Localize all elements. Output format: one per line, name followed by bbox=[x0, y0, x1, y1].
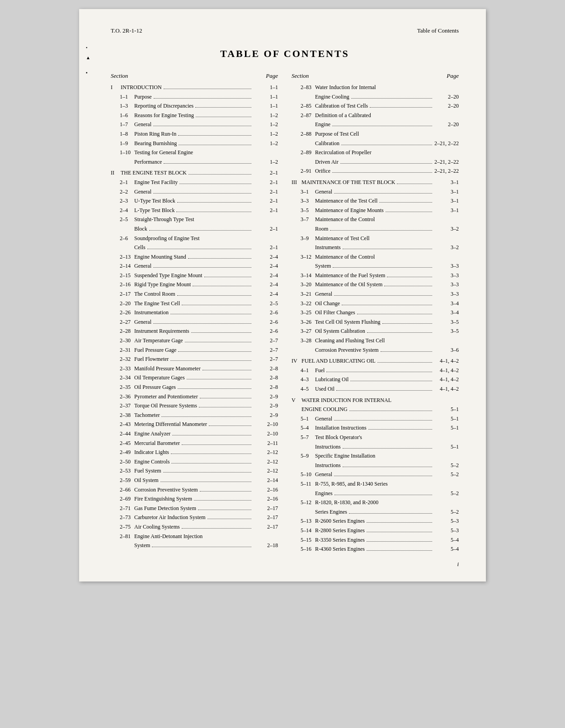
toc-entry-label: Oil Temperature Gages bbox=[134, 373, 185, 382]
toc-sub-num: 3–26 bbox=[292, 318, 315, 326]
toc-entry-label: Maintenance of the Control bbox=[315, 215, 375, 224]
toc-sub-num: 2–89 bbox=[292, 148, 315, 157]
toc-entry-label: General bbox=[315, 415, 332, 423]
toc-entry-label: Maintenance of the Test Cell bbox=[315, 197, 377, 205]
toc-page-num: 2–4 bbox=[253, 271, 278, 280]
toc-sub-num: 2–88 bbox=[292, 130, 315, 138]
toc-entry-label: Calibration of Test Cells bbox=[315, 102, 368, 110]
toc-entry-label: Oil Pressure Gages bbox=[134, 383, 176, 392]
toc-entry-label: Reasons for Engine Testing bbox=[134, 111, 194, 120]
toc-entry-label-cont: Engine bbox=[315, 120, 330, 129]
page-title: TABLE OF CONTENTS bbox=[111, 48, 459, 60]
toc-entry: 2–31Fuel Pressure Gage2–7 bbox=[111, 346, 278, 355]
toc-entry-label: General bbox=[315, 470, 332, 479]
toc-sub-num: 2–35 bbox=[111, 383, 134, 392]
toc-entry: 3–25Oil Filter Changes3–4 bbox=[292, 308, 459, 317]
toc-entry-label-cont: Series Engines bbox=[315, 508, 347, 516]
toc-container: Section Page IINTRODUCTION1–11–1Purpose1… bbox=[111, 72, 459, 554]
toc-entry: 2–36Pyrometer and Potentiometer2–9 bbox=[111, 392, 278, 401]
toc-entry-label: Tachometer bbox=[134, 411, 160, 420]
toc-sub-num: 2–37 bbox=[111, 402, 134, 410]
toc-entry: 3–27Oil System Calibration3–5 bbox=[292, 327, 459, 336]
toc-entry-label: L-Type Test Block bbox=[134, 206, 174, 215]
toc-entry: Instruments3–2 bbox=[292, 243, 459, 252]
toc-entry-label-cont: System bbox=[134, 541, 150, 550]
toc-entry-label: Rigid Type Engine Mount bbox=[134, 280, 191, 289]
toc-entry: 3–21General3–3 bbox=[292, 290, 459, 298]
toc-entry: Room3–2 bbox=[292, 225, 459, 233]
toc-page-num: 2–20 bbox=[434, 120, 459, 129]
toc-entry-label-cont: Instruments bbox=[315, 243, 341, 252]
toc-page-num: 2–21, 2–22 bbox=[434, 167, 459, 175]
toc-entry-label-cont: Calibration bbox=[315, 139, 339, 148]
right-toc-entries: 2–83Water Induction for InternalEngine C… bbox=[292, 83, 459, 553]
toc-sub-num: 2–75 bbox=[111, 523, 134, 531]
toc-sub-num: 2–87 bbox=[292, 111, 315, 120]
toc-entry: System3–3 bbox=[292, 262, 459, 270]
toc-page-num: 2–4 bbox=[253, 262, 278, 270]
toc-page-num: 3–3 bbox=[434, 280, 459, 289]
toc-sub-num: 2–66 bbox=[111, 486, 134, 494]
toc-entry-label: Instrumentation bbox=[134, 308, 169, 317]
toc-entry-label: Maintenance of the Control bbox=[315, 253, 375, 261]
toc-page-num: 2–10 bbox=[253, 420, 278, 429]
toc-page-num: 3–5 bbox=[434, 318, 459, 326]
toc-entry-label: General bbox=[315, 290, 332, 298]
toc-sub-num: 4–3 bbox=[292, 375, 315, 384]
toc-entry-label: Test Block Operator's bbox=[315, 433, 362, 442]
toc-page-num: 3–2 bbox=[434, 225, 459, 233]
toc-entry-label: Oil Filter Changes bbox=[315, 308, 355, 317]
toc-page-num: 2–1 bbox=[253, 178, 278, 187]
toc-sub-num: 1–8 bbox=[111, 130, 134, 138]
toc-sub-num: 2–83 bbox=[292, 83, 315, 92]
toc-sub-num: 2–13 bbox=[111, 253, 134, 261]
toc-entry-label: Gas Fume Detection System bbox=[134, 504, 196, 513]
toc-entry-label-cont: Corrosion Preventive System bbox=[315, 346, 379, 355]
toc-entry-label: Orifice bbox=[315, 167, 330, 175]
toc-entry-label: MAINTENANCE OF THE TEST BLOCK bbox=[301, 178, 395, 187]
toc-entry: 2–87Definition of a Calibrated bbox=[292, 111, 459, 120]
toc-entry: 3–20Maintenance of the Oil System3–3 bbox=[292, 280, 459, 289]
toc-page-num: 2–7 bbox=[253, 355, 278, 364]
toc-sub-num: 3–20 bbox=[292, 280, 315, 289]
toc-sub-num: 4–5 bbox=[292, 385, 315, 393]
toc-page-num: 3–1 bbox=[434, 206, 459, 215]
toc-sub-num: 2–17 bbox=[111, 290, 134, 298]
toc-page-num: 2–4 bbox=[253, 290, 278, 298]
toc-page-num: 2–17 bbox=[253, 504, 278, 513]
toc-entry-label-cont: Cells bbox=[134, 243, 146, 252]
toc-entry: 5–16R-4360 Series Engines5–4 bbox=[292, 545, 459, 553]
toc-page-num: 5–3 bbox=[434, 526, 459, 535]
toc-page-num: 2–16 bbox=[253, 495, 278, 503]
toc-sub-num: 5–1 bbox=[292, 415, 315, 423]
toc-sub-num: 2–20 bbox=[111, 299, 134, 308]
toc-page-num: 2–8 bbox=[253, 364, 278, 373]
toc-sub-num: 3–14 bbox=[292, 271, 315, 280]
toc-roman-num: II bbox=[111, 169, 121, 177]
toc-entry-label: WATER INDUCTION FOR INTERNAL bbox=[301, 396, 391, 405]
toc-page-num: 2–9 bbox=[253, 392, 278, 401]
toc-entry-label: Fuel System bbox=[134, 467, 161, 475]
toc-page-num: 2–17 bbox=[253, 523, 278, 531]
toc-page-num: 2–12 bbox=[253, 458, 278, 466]
toc-entry: 5–7Test Block Operator's bbox=[292, 433, 459, 442]
toc-entry-label: Fuel bbox=[315, 366, 325, 375]
toc-entry: IINTRODUCTION1–1 bbox=[111, 83, 278, 92]
toc-sub-num: 2–81 bbox=[111, 532, 134, 541]
toc-roman-num: V bbox=[292, 396, 301, 405]
header-section-title: Table of Contents bbox=[417, 27, 459, 34]
toc-page-num: 2–20 bbox=[434, 102, 459, 110]
toc-entry-label-cont: Driven Air bbox=[315, 158, 339, 166]
toc-entry: Engine2–20 bbox=[292, 120, 459, 129]
toc-entry-label: Torque Oil Pressure Systems bbox=[134, 402, 197, 410]
toc-entry: 2–81Engine Anti-Detonant Injection bbox=[111, 532, 278, 541]
toc-entry-label-cont: Instructions bbox=[315, 461, 341, 470]
toc-sub-num: 5–13 bbox=[292, 517, 315, 525]
toc-sub-num: 2–38 bbox=[111, 411, 134, 420]
toc-entry: 3–14Maintenance of the Fuel System3–3 bbox=[292, 271, 459, 280]
toc-entry-label: Maintenance of Test Cell bbox=[315, 234, 370, 243]
toc-entry: 3–1General3–1 bbox=[292, 188, 459, 196]
toc-page-num: 2–6 bbox=[253, 318, 278, 326]
toc-entry: 2–13Engine Mounting Stand2–4 bbox=[111, 253, 278, 261]
toc-page-num: 3–3 bbox=[434, 271, 459, 280]
